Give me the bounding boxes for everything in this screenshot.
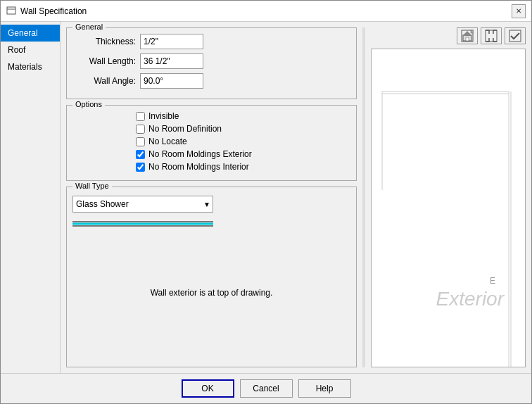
no-room-moldings-int-row: No Room Moldings Interior <box>136 162 350 172</box>
preview-home-button[interactable] <box>457 27 478 44</box>
preview-toolbar-row <box>371 27 526 44</box>
general-section: General Thickness: Wall Length: Wall Ang… <box>66 27 357 99</box>
no-locate-checkbox[interactable] <box>136 137 145 146</box>
thickness-row: Thickness: <box>72 34 350 49</box>
close-button[interactable]: ✕ <box>512 4 526 18</box>
dialog-icon <box>6 6 16 16</box>
title-bar-left: Wall Specification <box>6 6 87 16</box>
no-room-moldings-interior-checkbox[interactable] <box>136 163 145 172</box>
sidebar: General Roof Materials <box>1 22 61 373</box>
no-room-moldings-ext-row: No Room Moldings Exterior <box>136 149 350 159</box>
dialog-footer: OK Cancel Help <box>1 373 531 403</box>
dialog-title: Wall Specification <box>20 6 87 16</box>
invisible-label: Invisible <box>148 111 179 121</box>
wall-length-input[interactable] <box>140 53 203 69</box>
help-button[interactable]: Help <box>298 379 351 398</box>
preview-check-button[interactable] <box>505 27 526 44</box>
no-room-moldings-exterior-label: No Room Moldings Exterior <box>148 149 252 159</box>
svg-rect-0 <box>7 7 15 14</box>
ok-button[interactable]: OK <box>182 379 234 398</box>
preview-area: E Exterior <box>371 49 526 367</box>
wall-preview <box>72 218 213 232</box>
preview-container: E Exterior <box>371 27 526 367</box>
svg-rect-8 <box>466 37 469 41</box>
exterior-label: Exterior <box>436 288 504 310</box>
wall-angle-input[interactable] <box>140 73 203 89</box>
cancel-button[interactable]: Cancel <box>240 379 293 398</box>
no-room-definition-checkbox[interactable] <box>136 125 145 134</box>
panel-divider <box>362 27 365 367</box>
options-section-label: Options <box>72 100 105 108</box>
wall-type-select[interactable]: Glass Shower Standard Exterior Interior <box>72 196 213 213</box>
wall-angle-row: Wall Angle: <box>72 73 350 89</box>
no-room-moldings-exterior-checkbox[interactable] <box>136 150 145 159</box>
wall-preview-svg <box>72 218 213 229</box>
wall-length-label: Wall Length: <box>72 56 136 66</box>
wall-angle-label: Wall Angle: <box>72 76 136 86</box>
invisible-checkbox[interactable] <box>136 112 145 121</box>
svg-rect-9 <box>471 30 474 33</box>
title-bar: Wall Specification ✕ <box>1 1 531 22</box>
content-area: General Thickness: Wall Length: Wall Ang… <box>66 27 526 367</box>
sidebar-item-general[interactable]: General <box>1 25 60 42</box>
exterior-e-label: E <box>490 276 495 286</box>
wall-specification-dialog: Wall Specification ✕ General Roof Materi… <box>0 0 532 404</box>
thickness-label: Thickness: <box>72 37 136 46</box>
no-room-moldings-interior-label: No Room Moldings Interior <box>148 162 249 172</box>
sidebar-item-roof[interactable]: Roof <box>1 42 60 58</box>
invisible-row: Invisible <box>136 111 350 121</box>
no-room-definition-row: No Room Definition <box>136 124 350 134</box>
preview-expand-button[interactable] <box>481 27 502 44</box>
no-locate-row: No Locate <box>136 137 350 146</box>
general-section-label: General <box>72 23 106 31</box>
no-locate-label: No Locate <box>148 137 187 146</box>
svg-rect-10 <box>486 30 497 42</box>
options-section: Options Invisible No Room Definition No … <box>66 105 357 181</box>
main-content: General Thickness: Wall Length: Wall Ang… <box>61 22 531 373</box>
left-panel: General Thickness: Wall Length: Wall Ang… <box>66 27 357 367</box>
wall-type-section-label: Wall Type <box>72 182 112 190</box>
wall-type-dropdown-row: Glass Shower Standard Exterior Interior … <box>72 196 350 213</box>
sidebar-item-materials[interactable]: Materials <box>1 58 60 75</box>
wall-type-select-wrapper: Glass Shower Standard Exterior Interior … <box>72 196 213 213</box>
dialog-body: General Roof Materials General Thickness… <box>1 22 531 373</box>
thickness-input[interactable] <box>140 34 203 49</box>
no-room-definition-label: No Room Definition <box>148 124 222 134</box>
wall-length-row: Wall Length: <box>72 53 350 69</box>
wall-type-section: Wall Type Glass Shower Standard Exterior… <box>66 187 357 367</box>
preview-wall-lines <box>372 49 525 367</box>
wall-exterior-note: Wall exterior is at top of drawing. <box>72 288 350 298</box>
